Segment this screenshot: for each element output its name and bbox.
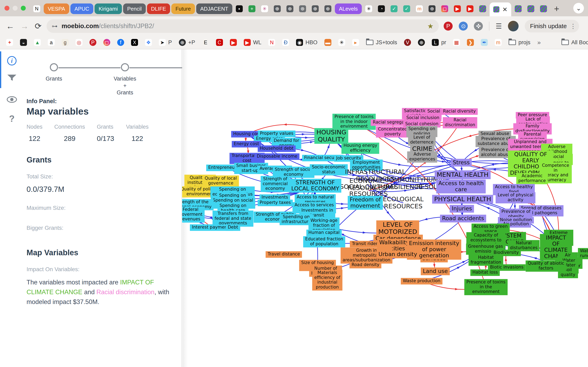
- tab-group-dlife[interactable]: DLIFE: [147, 3, 170, 14]
- amazon-bookmark[interactable]: a: [48, 39, 55, 46]
- shield-tab[interactable]: ✓: [401, 3, 412, 15]
- node-socio-economic-status[interactable]: Socio-economic status: [310, 164, 348, 175]
- tab-group-kirigami[interactable]: Kirigami: [95, 3, 122, 14]
- orange-b-bookmark[interactable]: ▸: [352, 39, 359, 46]
- overflow-chevrons[interactable]: »: [537, 39, 541, 46]
- etsy-bookmark[interactable]: E: [202, 39, 209, 46]
- target-bookmark[interactable]: ◎: [76, 39, 82, 46]
- profile-avatar[interactable]: [508, 21, 519, 31]
- cnn-bookmark[interactable]: C: [216, 39, 223, 46]
- instagram-tab[interactable]: ◻: [439, 3, 450, 15]
- projs-folder[interactable]: projs: [509, 39, 530, 46]
- close-tab-icon[interactable]: ✕: [502, 6, 507, 13]
- black-app-tab[interactable]: ▪: [233, 3, 245, 15]
- node-strength-commercial-economy[interactable]: Strength of commercial economy: [261, 176, 290, 192]
- node-housing-quality[interactable]: HOUSING QUALITY: [314, 128, 348, 144]
- notion-tab[interactable]: N: [31, 3, 43, 15]
- dark-app-bookmark[interactable]: ◒: [20, 39, 27, 46]
- node-road-accidents[interactable]: Road accidents: [440, 215, 486, 222]
- tab-group-pencil[interactable]: Pencil: [123, 3, 146, 14]
- facebook-bookmark[interactable]: f: [117, 39, 124, 46]
- pen-bookmark[interactable]: ✒: [481, 39, 488, 46]
- node-level-of-deterrence[interactable]: Level of deterrence: [408, 134, 436, 146]
- js-tools-folder[interactable]: JS+tools: [366, 39, 397, 46]
- node-stress[interactable]: Stress: [451, 159, 472, 167]
- node-racial-diversity[interactable]: Racial diversity: [441, 108, 478, 115]
- node-access-to-health-care[interactable]: Access to health care: [436, 180, 486, 193]
- node-federal-government-revenues[interactable]: Federal Goverment revenues: [182, 207, 205, 223]
- node-social-inclusion[interactable]: Social inclusion: [404, 115, 441, 121]
- bookmark-star-icon[interactable]: ★: [427, 22, 433, 30]
- node-habitat-loss[interactable]: Habitat loss: [470, 269, 500, 276]
- node-energy-cost[interactable]: Energy cost: [232, 141, 261, 147]
- node-toxins-indoor[interactable]: Presence of toxins in the indoor environ…: [332, 114, 376, 130]
- node-quality-local-governance[interactable]: Quality of local governance: [203, 175, 239, 187]
- moodle-tab[interactable]: m: [414, 3, 425, 15]
- site-settings-icon[interactable]: ⊶: [52, 23, 57, 30]
- sphere-tab[interactable]: ✳: [259, 3, 270, 15]
- forward-button[interactable]: →: [20, 22, 29, 31]
- browser-menu-icon[interactable]: ⋮: [570, 23, 576, 30]
- stepper-option-grants[interactable]: [50, 63, 58, 71]
- url-text[interactable]: moebio.com/clients/shiftn/JPB2/: [62, 22, 427, 30]
- stripes-tab[interactable]: [477, 3, 488, 15]
- sheets-tab[interactable]: +: [246, 3, 258, 15]
- extensions-puzzle-icon[interactable]: ✜: [474, 22, 483, 31]
- zoom-window-button[interactable]: [21, 6, 26, 11]
- info-tool-button[interactable]: i: [6, 55, 17, 67]
- reading-list-icon[interactable]: ☰: [495, 22, 502, 30]
- goodreads-bookmark[interactable]: g: [62, 39, 69, 46]
- finish-update-button[interactable]: Finish update ⋮: [525, 20, 579, 33]
- filter-tool-button[interactable]: [6, 74, 17, 86]
- arrow-orange-bookmark[interactable]: ❯: [467, 39, 474, 46]
- node-land-use[interactable]: Land use: [421, 267, 450, 275]
- node-prevalence-alcohol-abuse[interactable]: Prevalence of alcohol abuse: [479, 147, 512, 158]
- address-bar[interactable]: ⊶ moebio.com/clients/shiftn/JPB2/ ★: [47, 19, 439, 33]
- network-map[interactable]: Housing costProperty valuesEnergy priceD…: [182, 49, 588, 367]
- youtube-wl-bookmark[interactable]: ▶WL: [244, 39, 261, 46]
- node-strength-of-local-economy[interactable]: STRENGTH OF LOCAL ECONOMY: [289, 179, 341, 193]
- hbo-bookmark[interactable]: ◉HBO: [296, 39, 318, 46]
- tab-group-apuc[interactable]: APUC: [70, 3, 93, 14]
- node-household-debt[interactable]: Household debt: [258, 145, 296, 152]
- orange-app-bookmark[interactable]: ▬: [324, 39, 331, 46]
- node-injuries[interactable]: Injuries: [450, 205, 474, 213]
- minimize-window-button[interactable]: [13, 6, 17, 11]
- globe-black-bookmark[interactable]: ⊕: [418, 39, 425, 46]
- node-toxins-environment[interactable]: Presence of toxins in the environment: [464, 279, 508, 295]
- tab-group-vespa[interactable]: VESPA: [44, 3, 69, 14]
- youtube-tab[interactable]: ▶: [452, 3, 463, 15]
- node-academic-performance[interactable]: Academic performance: [516, 173, 548, 184]
- globe-tab[interactable]: ⊕: [310, 3, 321, 15]
- node-road-density[interactable]: Road density: [350, 262, 381, 268]
- node-debt[interactable]: Debt: [226, 224, 240, 231]
- youtube-tab[interactable]: ▶: [464, 3, 476, 15]
- stepper-option-variables[interactable]: [121, 63, 129, 71]
- disney-bookmark[interactable]: Ð: [282, 39, 289, 46]
- privacy-lock-icon[interactable]: ⊙: [459, 22, 468, 31]
- all-bookmarks-button[interactable]: All Bookmarks: [562, 39, 588, 46]
- node-property-taxes[interactable]: Property taxes: [258, 200, 293, 206]
- node-mental-health[interactable]: MENTAL HEALTH: [435, 170, 491, 179]
- node-physical-health[interactable]: PHYSICAL HEALTH: [432, 195, 493, 204]
- l-pr-bookmark[interactable]: Lpr: [432, 39, 446, 46]
- netflix-bookmark[interactable]: N: [268, 39, 275, 46]
- node-educated-fraction[interactable]: Educated fraction of population: [303, 236, 345, 247]
- instagram-bookmark[interactable]: ◻: [103, 39, 110, 46]
- help-tool-button[interactable]: ?: [6, 113, 17, 124]
- node-level-of-physical-activity[interactable]: Level of physical activity: [495, 192, 535, 203]
- reload-button[interactable]: ⟳: [35, 21, 42, 31]
- visibility-tool-button[interactable]: [6, 94, 17, 105]
- stripes-tab[interactable]: [538, 3, 549, 15]
- tab-group-adjacent[interactable]: ADJACENT: [196, 3, 232, 14]
- clock-tab[interactable]: ◔: [376, 3, 387, 15]
- node-quality-abiotic-factors[interactable]: Quality of abiotic factors: [526, 260, 566, 272]
- node-freedom-of-movement[interactable]: Freedom of movement: [348, 196, 383, 210]
- globe-dark-tab[interactable]: ⊕: [426, 3, 438, 15]
- globe-gear-tab[interactable]: ⊛: [297, 3, 308, 15]
- node-spending-infrastructure[interactable]: Spending on infrastructure: [279, 214, 313, 225]
- globe-tab[interactable]: ⊕: [284, 3, 296, 15]
- tab-search-chevron-icon[interactable]: ⌄: [573, 3, 584, 13]
- node-concentrated-poverty[interactable]: Concentrated poverty: [376, 126, 409, 137]
- tab-group-future[interactable]: Future: [171, 3, 195, 14]
